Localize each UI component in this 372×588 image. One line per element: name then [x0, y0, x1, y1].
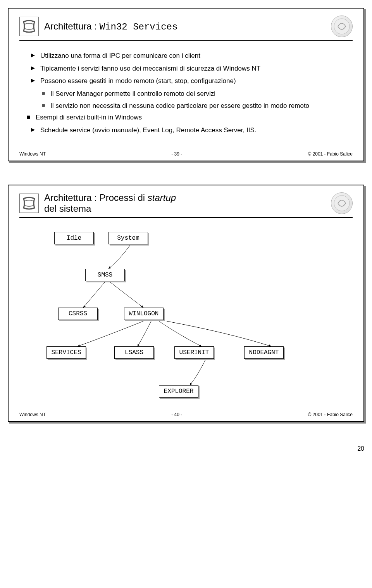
- footer-right: © 2001 - Fabio Salice: [308, 151, 353, 157]
- slide-footer: Windows NT - 39 - © 2001 - Fabio Salice: [19, 150, 353, 157]
- svg-point-1: [334, 195, 350, 211]
- box-winlogon: WINLOGON: [124, 308, 164, 320]
- sub-bullet: Il Server Manager permette il controllo …: [42, 89, 349, 99]
- footer-center: - 39 -: [171, 151, 182, 157]
- slide-title: Architettura : Processi di startup del s…: [44, 192, 326, 214]
- bullet: Utilizzano una forma di IPC per comunica…: [31, 51, 349, 61]
- footer-left: Windows NT: [19, 151, 46, 157]
- sub-bullet: Il servizio non necessita di nessuna cod…: [42, 101, 349, 111]
- swirl-icon: [331, 16, 353, 37]
- footer-left: Windows NT: [19, 412, 46, 417]
- svg-point-0: [334, 19, 350, 34]
- box-lsass: LSASS: [114, 346, 154, 359]
- bullet-text: Utilizzano una forma di IPC per comunica…: [40, 52, 200, 59]
- box-idle: Idle: [54, 232, 94, 244]
- bullet: Tipicamente i servizi fanno uso dei mecc…: [31, 64, 349, 74]
- slide-content: Utilizzano una forma di IPC per comunica…: [19, 47, 353, 150]
- title-prefix: Architettura :: [44, 21, 100, 31]
- bullet: Schedule service (avvio manuale), Event …: [31, 126, 349, 135]
- slide-header: Architettura : Processi di startup del s…: [19, 192, 353, 218]
- bullet-text: Schedule service (avvio manuale), Event …: [40, 126, 257, 134]
- bullet: Possono essere gestiti in modo remoto (s…: [31, 76, 349, 86]
- footer-right: © 2001 - Fabio Salice: [308, 412, 353, 417]
- bullet-text: Tipicamente i servizi fanno uso dei mecc…: [40, 65, 260, 72]
- box-csrss: CSRSS: [58, 308, 98, 320]
- box-smss: SMSS: [85, 269, 125, 281]
- box-userinit: USERINIT: [174, 346, 214, 359]
- slide-40: Architettura : Processi di startup del s…: [8, 185, 364, 422]
- title-line1: Architettura : Processi di: [44, 192, 148, 203]
- footer-center: - 40 -: [171, 412, 182, 417]
- box-services: SERVICES: [46, 346, 86, 359]
- bullet-text: Possono essere gestiti in modo remoto (s…: [40, 77, 236, 85]
- bullet-text: Il Server Manager permette il controllo …: [50, 90, 215, 97]
- title-italic: startup: [148, 192, 176, 203]
- title-mono: Win32 Services: [100, 22, 178, 32]
- slide-footer: Windows NT - 40 - © 2001 - Fabio Salice: [19, 410, 353, 417]
- box-nddeagnt: NDDEAGNT: [244, 346, 284, 359]
- slide-title: Architettura : Win32 Services: [44, 21, 326, 32]
- page-number: 20: [8, 445, 364, 452]
- bullet: Esempi di servizi built-in in Windows: [27, 113, 349, 123]
- box-explorer: EXPLORER: [159, 385, 198, 398]
- slide-header: Architettura : Win32 Services: [19, 16, 353, 41]
- logo-icon: [19, 194, 39, 213]
- box-system: System: [108, 232, 148, 244]
- slide-39: Architettura : Win32 Services Utilizzano…: [8, 8, 364, 161]
- bullet-text: Il servizio non necessita di nessuna cod…: [50, 102, 309, 109]
- bullet-text: Esempi di servizi built-in in Windows: [36, 114, 142, 121]
- swirl-icon: [331, 192, 353, 214]
- process-diagram: Idle System SMSS CSRSS WINLOGON SERVICES…: [19, 224, 353, 410]
- title-line2: del sistema: [44, 203, 91, 214]
- logo-icon: [19, 17, 39, 36]
